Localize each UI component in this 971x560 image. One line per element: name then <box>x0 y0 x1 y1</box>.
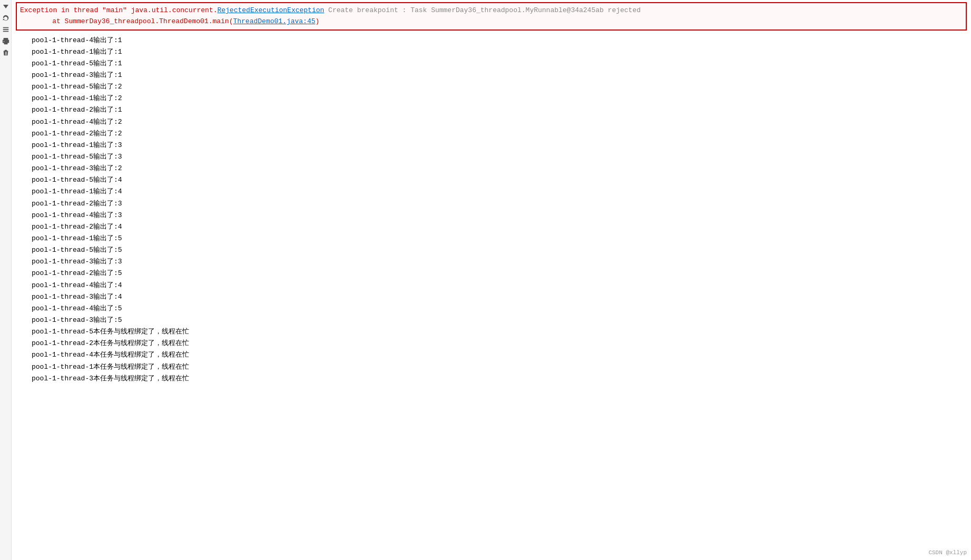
delete-icon[interactable] <box>2 48 10 57</box>
down-arrow-icon[interactable] <box>2 2 10 11</box>
output-line: pool-1-thread-4输出了:1 <box>16 35 967 46</box>
output-line: pool-1-thread-4输出了:4 <box>16 280 967 291</box>
csdn-watermark: CSDN @xllyp <box>928 549 967 556</box>
svg-rect-1 <box>3 29 8 30</box>
output-line: pool-1-thread-5输出了:4 <box>16 174 967 186</box>
output-line: pool-1-thread-2输出了:4 <box>16 221 967 233</box>
output-line: pool-1-thread-3输出了:2 <box>16 163 967 174</box>
output-line: pool-1-thread-1输出了:3 <box>16 140 967 151</box>
output-line: pool-1-thread-5输出了:3 <box>16 151 967 163</box>
output-line: pool-1-thread-1输出了:5 <box>16 233 967 244</box>
exception-block: Exception in thread "main" java.util.con… <box>16 2 967 31</box>
exception-at-text: at SummerDay36_threadpool.ThreadDemo01.m… <box>36 17 233 25</box>
svg-rect-5 <box>4 42 7 44</box>
thread-demo-link[interactable]: ThreadDemo01.java:45 <box>233 17 315 25</box>
output-line: pool-1-thread-2本任务与线程绑定了，线程在忙 <box>16 338 967 349</box>
output-line: pool-1-thread-3输出了:4 <box>16 291 967 303</box>
output-line: pool-1-thread-3输出了:1 <box>16 70 967 81</box>
exception-line2: at SummerDay36_threadpool.ThreadDemo01.m… <box>20 16 963 27</box>
output-line: pool-1-thread-2输出了:5 <box>16 268 967 279</box>
output-line: pool-1-thread-5输出了:5 <box>16 244 967 256</box>
output-lines-container: pool-1-thread-4输出了:1pool-1-thread-1输出了:1… <box>16 35 967 385</box>
rejected-execution-exception-link[interactable]: RejectedExecutionException <box>217 5 324 16</box>
list-icon[interactable] <box>2 25 10 34</box>
refresh-icon[interactable] <box>2 14 10 22</box>
output-line: pool-1-thread-4输出了:5 <box>16 303 967 315</box>
output-line: pool-1-thread-1输出了:4 <box>16 186 967 198</box>
svg-rect-2 <box>3 31 8 32</box>
output-line: pool-1-thread-3输出了:5 <box>16 315 967 326</box>
output-line: pool-1-thread-3本任务与线程绑定了，线程在忙 <box>16 373 967 385</box>
output-line: pool-1-thread-3输出了:3 <box>16 256 967 268</box>
output-line: pool-1-thread-2输出了:2 <box>16 128 967 140</box>
output-line: pool-1-thread-1输出了:2 <box>16 93 967 104</box>
output-line: pool-1-thread-5本任务与线程绑定了，线程在忙 <box>16 326 967 338</box>
exception-line1: Exception in thread "main" java.util.con… <box>20 5 963 16</box>
output-line: pool-1-thread-5输出了:1 <box>16 58 967 70</box>
output-line: pool-1-thread-1本任务与线程绑定了，线程在忙 <box>16 361 967 373</box>
output-line: pool-1-thread-5输出了:2 <box>16 81 967 93</box>
output-line: pool-1-thread-4本任务与线程绑定了，线程在忙 <box>16 349 967 361</box>
svg-rect-0 <box>3 27 8 28</box>
output-line: pool-1-thread-4输出了:3 <box>16 210 967 221</box>
create-breakpoint-text: Create breakpoint : Task SummerDay36_thr… <box>324 5 641 16</box>
main-content: Exception in thread "main" java.util.con… <box>12 0 971 387</box>
output-line: pool-1-thread-2输出了:1 <box>16 104 967 116</box>
exception-end-paren: ) <box>316 17 320 25</box>
output-line: pool-1-thread-1输出了:1 <box>16 46 967 58</box>
sidebar <box>0 0 12 560</box>
output-line: pool-1-thread-2输出了:3 <box>16 198 967 210</box>
svg-rect-6 <box>3 41 4 42</box>
print-icon[interactable] <box>2 37 10 45</box>
output-line: pool-1-thread-4输出了:2 <box>16 116 967 128</box>
exception-prefix: Exception in thread "main" java.util.con… <box>20 5 217 16</box>
